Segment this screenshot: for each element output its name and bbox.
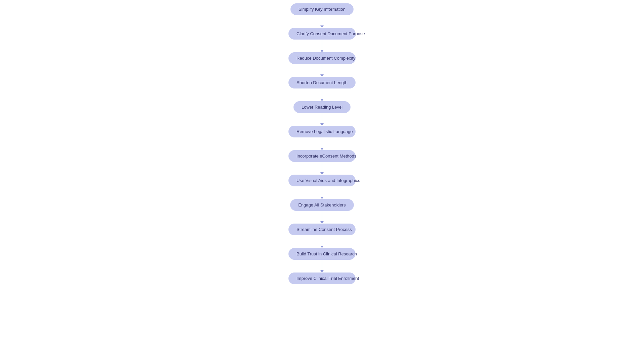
node-5: Lower Reading Level	[293, 101, 351, 113]
node-3: Reduce Document Complexity	[288, 52, 356, 64]
arrow-6	[322, 137, 322, 150]
arrow-5	[322, 113, 322, 126]
arrow-9	[322, 211, 322, 224]
arrow-7	[322, 162, 322, 175]
arrow-11	[322, 260, 322, 273]
arrow-1	[322, 15, 322, 28]
node-2: Clarify Consent Document Purpose	[288, 28, 356, 40]
node-6: Remove Legalistic Language	[288, 126, 356, 137]
node-7: Incorporate eConsent Methods	[288, 150, 356, 162]
arrow-2	[322, 40, 322, 52]
node-8: Use Visual Aids and Infographics	[288, 175, 356, 186]
node-1: Simplify Key Information	[290, 3, 354, 15]
node-12: Improve Clinical Trial Enrollment	[288, 273, 356, 284]
flowchart: Simplify Key InformationClarify Consent …	[288, 0, 356, 284]
arrow-10	[322, 235, 322, 248]
node-10: Streamline Consent Process	[288, 224, 356, 235]
arrow-3	[322, 64, 322, 77]
node-11: Build Trust in Clinical Research	[288, 248, 356, 260]
node-9: Engage All Stakeholders	[290, 199, 354, 211]
arrow-8	[322, 186, 322, 199]
arrow-4	[322, 88, 322, 101]
node-4: Shorten Document Length	[288, 77, 356, 88]
